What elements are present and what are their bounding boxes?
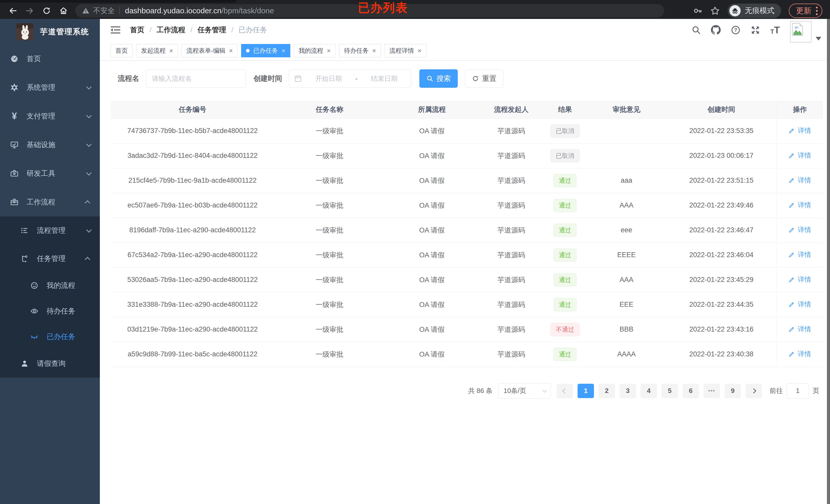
page-button-5[interactable]: 5 — [662, 384, 678, 398]
breadcrumb-separator: / — [150, 26, 152, 34]
caret-down-icon — [816, 37, 821, 40]
avatar[interactable] — [790, 21, 811, 42]
close-icon[interactable]: × — [372, 47, 376, 54]
user-menu[interactable] — [790, 21, 821, 42]
brand: 芋道管理系统 — [0, 19, 100, 44]
sidebar-item-leave-query[interactable]: 请假查询 — [0, 349, 100, 378]
table-row: 67c534a2-7b9a-11ec-a290-acde48001122一级审批… — [110, 242, 823, 267]
detail-link[interactable]: 详情 — [789, 300, 811, 309]
tab-start-process[interactable]: 发起流程× — [136, 44, 178, 57]
task-name: 一级审批 — [275, 317, 385, 342]
page-button-4[interactable]: 4 — [641, 384, 657, 398]
star-icon[interactable] — [710, 6, 720, 15]
tab-todo-tasks[interactable]: 待办任务× — [339, 44, 381, 57]
detail-link[interactable]: 详情 — [789, 176, 811, 185]
github-icon[interactable] — [711, 25, 721, 35]
page-size-select[interactable]: 10条/页 — [498, 383, 551, 399]
starter: 芋道源码 — [479, 218, 543, 242]
comment: EEE — [587, 292, 666, 317]
sidebar-fold-button[interactable] — [110, 26, 120, 34]
eye-closed-icon — [30, 333, 38, 341]
detail-link[interactable]: 详情 — [789, 151, 811, 160]
table-row: 74736737-7b9b-11ec-b5b7-acde48001122一级审批… — [110, 119, 823, 143]
key-icon[interactable] — [693, 6, 703, 15]
page-button-9[interactable]: 9 — [725, 384, 741, 398]
result-badge: 通过 — [553, 248, 577, 262]
tab-form-edit[interactable]: 流程表单-编辑× — [182, 44, 237, 57]
eye-icon — [30, 307, 38, 315]
page-button-3[interactable]: 3 — [619, 384, 636, 398]
search-button[interactable]: 搜索 — [419, 69, 458, 88]
detail-link[interactable]: 详情 — [789, 325, 811, 334]
tab-my-process[interactable]: 我的流程× — [294, 44, 336, 57]
page-button-6[interactable]: 6 — [682, 384, 699, 398]
browser-chrome: 不安全 dashboard.yudao.iocoder.cn/bpm/task/… — [0, 0, 830, 19]
goto-page-input[interactable] — [787, 383, 809, 399]
task-id: 215cf4e5-7b9b-11ec-9a1b-acde48001122 — [110, 168, 275, 193]
tab-home[interactable]: 首页 — [110, 44, 133, 57]
col-comment: 审批意见 — [587, 101, 666, 119]
more-pages-button[interactable]: ••• — [704, 384, 720, 398]
url-path: /bpm/task/done — [221, 6, 274, 15]
kebab-menu-icon[interactable] — [816, 7, 818, 15]
sidebar-item-workflow[interactable]: 工作流程 — [0, 188, 100, 216]
pencil-icon — [789, 202, 795, 208]
sidebar-item-devtools[interactable]: 研发工具 — [0, 159, 100, 188]
detail-link[interactable]: 详情 — [789, 250, 811, 259]
detail-link-label: 详情 — [798, 275, 811, 284]
tree-icon — [21, 227, 29, 235]
detail-link[interactable]: 详情 — [789, 201, 811, 209]
back-button[interactable] — [6, 4, 20, 18]
close-icon[interactable]: × — [169, 47, 173, 54]
reset-button[interactable]: 重置 — [465, 69, 503, 88]
prev-page-button[interactable] — [556, 384, 573, 398]
tab-process-detail[interactable]: 流程详情× — [385, 44, 426, 57]
sidebar-item-infra[interactable]: 基础设施 — [0, 131, 100, 159]
flow-icon — [21, 255, 29, 263]
detail-link[interactable]: 详情 — [789, 349, 811, 359]
sidebar-item-task-mgmt[interactable]: 任务管理 — [0, 244, 100, 273]
sidebar-item-system[interactable]: 系统管理 — [0, 73, 100, 102]
pencil-icon — [789, 152, 795, 159]
close-icon[interactable]: × — [229, 47, 233, 54]
task-id: 03d1219e-7b9a-11ec-a290-acde48001122 — [110, 317, 275, 342]
font-size-icon[interactable]: TT — [770, 25, 780, 35]
breadcrumb-workflow[interactable]: 工作流程 — [157, 25, 185, 35]
comment: EEEE — [587, 242, 666, 267]
forward-button[interactable] — [23, 4, 37, 18]
breadcrumb-task-mgmt[interactable]: 任务管理 — [198, 25, 226, 35]
sidebar-item-my-process[interactable]: 我的流程 — [0, 273, 100, 298]
sidebar-item-label: 工作流程 — [27, 197, 55, 207]
page-button-1[interactable]: 1 — [578, 384, 594, 398]
sidebar-item-todo-tasks[interactable]: 待办任务 — [0, 298, 100, 324]
browser-toolbar: 不安全 dashboard.yudao.iocoder.cn/bpm/task/… — [0, 3, 830, 19]
search-icon[interactable] — [692, 25, 701, 35]
detail-link[interactable]: 详情 — [789, 126, 811, 135]
sidebar-item-done-tasks[interactable]: 已办任务 — [0, 324, 100, 349]
close-icon[interactable]: × — [418, 47, 421, 54]
detail-link[interactable]: 详情 — [789, 225, 811, 234]
update-button[interactable]: 更新 — [789, 4, 822, 18]
create-time: 2022-01-22 23:46:04 — [666, 242, 777, 267]
tab-done-tasks[interactable]: 已办任务× — [241, 44, 290, 57]
next-page-button[interactable] — [745, 384, 762, 398]
detail-link[interactable]: 详情 — [789, 275, 811, 284]
task-name: 一级审批 — [275, 292, 385, 317]
sidebar-item-payment[interactable]: ¥ 支付管理 — [0, 102, 100, 131]
close-icon[interactable]: × — [281, 47, 285, 54]
goto-suffix: 页 — [812, 386, 819, 395]
process-name-input[interactable] — [146, 69, 246, 88]
help-icon[interactable]: ? — [731, 25, 740, 35]
page-button-2[interactable]: 2 — [599, 384, 615, 398]
date-range-input[interactable]: 开始日期 - 结束日期 — [289, 69, 411, 88]
breadcrumb-home[interactable]: 首页 — [130, 25, 145, 35]
home-button[interactable] — [56, 4, 71, 18]
fullscreen-icon[interactable] — [751, 25, 760, 35]
sidebar-item-home[interactable]: 首页 — [0, 44, 100, 73]
security-label[interactable]: 不安全 — [93, 6, 115, 15]
reload-button[interactable] — [39, 4, 54, 18]
sidebar-item-process-mgmt[interactable]: 流程管理 — [0, 216, 100, 244]
col-process: 所属流程 — [385, 101, 479, 119]
page-url: dashboard.yudao.iocoder.cn/bpm/task/done — [125, 6, 274, 15]
close-icon[interactable]: × — [327, 47, 331, 54]
